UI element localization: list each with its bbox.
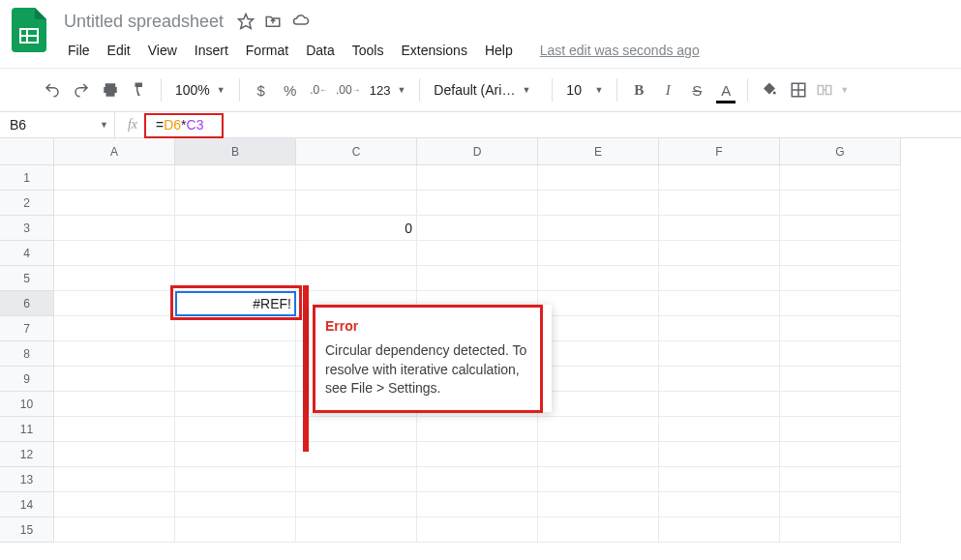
strikethrough-button[interactable]: S [683,75,710,104]
col-header[interactable]: F [659,138,780,165]
row-header[interactable]: 12 [0,442,54,467]
row-header[interactable]: 15 [0,517,54,543]
row-header[interactable]: 1 [0,165,54,191]
row-header[interactable]: 2 [0,191,54,216]
menu-format[interactable]: Format [238,39,296,62]
redo-button[interactable] [68,75,95,104]
row-header[interactable]: 7 [0,316,54,341]
annotation-formula-highlight [144,113,224,138]
bold-button[interactable]: B [625,75,652,104]
menu-extensions[interactable]: Extensions [393,39,474,62]
font-dropdown[interactable]: Default (Ari…▼ [428,75,544,104]
select-all-corner[interactable] [0,138,54,165]
col-header[interactable]: G [780,138,901,165]
menu-data[interactable]: Data [298,39,343,62]
menu-file[interactable]: File [60,39,98,62]
row-header[interactable]: 6 [0,291,54,316]
fill-color-button[interactable] [756,75,783,104]
header: Untitled spreadsheet File Edit View Inse… [0,0,961,64]
menu-insert[interactable]: Insert [187,39,236,62]
percent-button[interactable]: % [277,75,304,104]
error-tooltip-body: Circular dependency detected. To resolve… [325,341,536,398]
zoom-dropdown[interactable]: 100%▼ [169,75,231,104]
undo-button[interactable] [39,75,66,104]
formula-bar: B6 ▼ fx =D6*C3 [0,111,961,138]
menubar: File Edit View Insert Format Data Tools … [60,37,951,64]
col-header[interactable]: C [296,138,417,165]
italic-button[interactable]: I [654,75,681,104]
toolbar: 100%▼ $ % .0← .00→ 123▼ Default (Ari…▼ 1… [0,69,961,111]
col-header[interactable]: E [538,138,659,165]
error-tooltip: Error Circular dependency detected. To r… [310,305,552,412]
svg-rect-8 [826,86,831,95]
row-header[interactable]: 13 [0,467,54,492]
text-color-button[interactable]: A [712,75,739,104]
col-header[interactable]: D [417,138,538,165]
name-box[interactable]: B6 ▼ [0,117,114,133]
cell-B6[interactable]: #REF! [175,291,296,316]
cell-C3[interactable]: 0 [296,216,417,241]
col-header[interactable]: B [175,138,296,165]
spreadsheet-grid: A B C D E F G 1 2 3 4 5 6 7 8 9 10 11 12… [0,138,961,165]
row-header[interactable]: 5 [0,266,54,291]
error-tooltip-title: Error [325,318,536,334]
last-edit-link[interactable]: Last edit was seconds ago [540,43,700,58]
svg-marker-3 [239,15,254,29]
formula-input[interactable]: =D6*C3 [150,115,961,134]
row-header[interactable]: 8 [0,341,54,367]
print-button[interactable] [97,75,124,104]
move-icon[interactable] [264,13,282,30]
font-value: Default (Ari… [434,82,515,98]
row-header[interactable]: 9 [0,367,54,392]
num-format-value: 123 [370,83,391,98]
borders-button[interactable] [785,75,812,104]
zoom-value: 100% [175,82,210,98]
name-box-value: B6 [10,117,26,133]
menu-tools[interactable]: Tools [345,39,392,62]
menu-view[interactable]: View [140,39,185,62]
row-header[interactable]: 10 [0,392,54,417]
increase-decimal-button[interactable]: .00→ [335,75,362,104]
row-header[interactable]: 14 [0,492,54,517]
cloud-status-icon[interactable] [291,13,311,30]
svg-rect-7 [819,86,824,95]
row-header[interactable]: 11 [0,417,54,442]
paint-format-button[interactable] [126,75,153,104]
row-header[interactable]: 3 [0,216,54,241]
menu-edit[interactable]: Edit [100,39,138,62]
row-headers: 1 2 3 4 5 6 7 8 9 10 11 12 13 14 15 [0,165,54,543]
document-title[interactable]: Untitled spreadsheet [60,10,227,34]
decrease-decimal-button[interactable]: .0← [306,75,333,104]
row-header[interactable]: 4 [0,241,54,266]
font-size-dropdown[interactable]: 10▼ [560,75,609,104]
column-headers: A B C D E F G [54,138,901,165]
star-icon[interactable] [237,13,255,30]
number-format-dropdown[interactable]: 123▼ [364,75,412,104]
app-logo[interactable] [10,6,48,54]
menu-help[interactable]: Help [477,39,521,62]
font-size-value: 10 [566,82,582,98]
merge-cells-button[interactable]: ▼ [814,75,851,104]
currency-button[interactable]: $ [248,75,275,104]
title-area: Untitled spreadsheet File Edit View Inse… [60,6,951,64]
col-header[interactable]: A [54,138,175,165]
